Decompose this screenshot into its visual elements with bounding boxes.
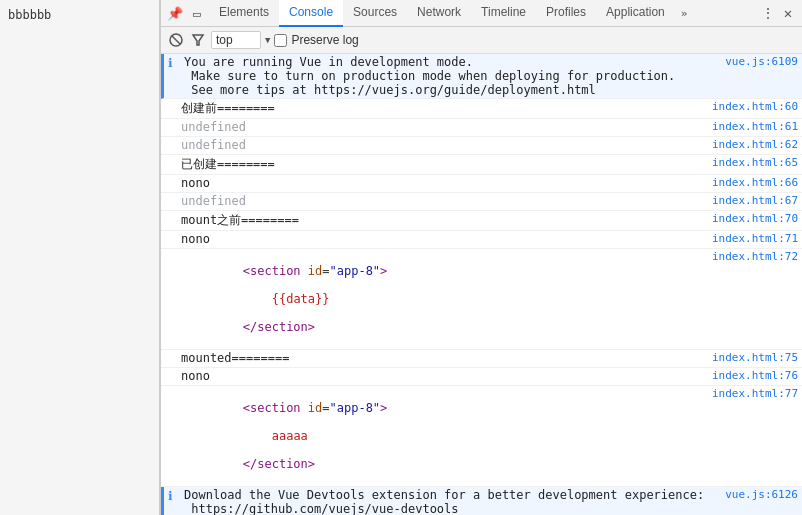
preserve-log-text: Preserve log — [291, 33, 358, 47]
filter-icon[interactable] — [189, 31, 207, 49]
console-toolbar: ▼ Preserve log — [161, 27, 802, 54]
left-label: bbbbbb — [8, 8, 51, 22]
tab-network[interactable]: Network — [407, 0, 471, 27]
more-tabs-icon[interactable]: » — [677, 7, 692, 20]
tab-application[interactable]: Application — [596, 0, 675, 27]
svg-marker-2 — [193, 35, 203, 45]
line-link-3[interactable]: index.html:62 — [712, 138, 798, 151]
devtools-info-text: Download the Vue Devtools extension for … — [184, 488, 717, 515]
left-panel: bbbbbb — [0, 0, 160, 515]
line-link-1[interactable]: index.html:60 — [712, 100, 798, 113]
tab-profiles[interactable]: Profiles — [536, 0, 596, 27]
svg-line-1 — [172, 36, 180, 44]
preserve-log-checkbox[interactable] — [274, 34, 287, 47]
line-link-6[interactable]: index.html:67 — [712, 194, 798, 207]
vue-info-link[interactable]: vue.js:6109 — [725, 55, 798, 68]
info-icon-1: ℹ — [168, 56, 173, 70]
tab-timeline[interactable]: Timeline — [471, 0, 536, 27]
line-content-5: nono — [181, 176, 704, 190]
line-link-10[interactable]: index.html:76 — [712, 369, 798, 382]
clear-console-button[interactable] — [167, 31, 185, 49]
tab-sources[interactable]: Sources — [343, 0, 407, 27]
console-line-2: undefined index.html:61 — [161, 119, 802, 137]
line-content-7: mount之前======== — [181, 212, 704, 229]
device-icon[interactable]: ▭ — [187, 3, 207, 23]
console-line-4: 已创建======== index.html:65 — [161, 155, 802, 175]
console-line-devtools-info: ℹ Download the Vue Devtools extension fo… — [161, 487, 802, 515]
console-line-html2: <section id="app-8"> aaaaa </section> in… — [161, 386, 802, 487]
console-line-3: undefined index.html:62 — [161, 137, 802, 155]
preserve-log-label[interactable]: Preserve log — [274, 33, 358, 47]
console-line-7: mount之前======== index.html:70 — [161, 211, 802, 231]
inspect-icon[interactable]: 📌 — [165, 3, 185, 23]
line-content-9: mounted======== — [181, 351, 704, 365]
tab-elements[interactable]: Elements — [209, 0, 279, 27]
console-line-8: nono index.html:71 — [161, 231, 802, 249]
options-icon[interactable]: ⋮ — [758, 3, 778, 23]
filter-input[interactable] — [211, 31, 261, 49]
line-link-html1[interactable]: index.html:72 — [712, 250, 798, 263]
tab-console[interactable]: Console — [279, 0, 343, 27]
console-line-10: nono index.html:76 — [161, 368, 802, 386]
line-content-html1: <section id="app-8"> {{data}} </section> — [185, 250, 704, 348]
line-content-2: undefined — [181, 120, 704, 134]
close-icon[interactable]: ✕ — [778, 3, 798, 23]
line-link-7[interactable]: index.html:70 — [712, 212, 798, 225]
line-content-3: undefined — [181, 138, 704, 152]
line-link-5[interactable]: index.html:66 — [712, 176, 798, 189]
console-output: ℹ You are running Vue in development mod… — [161, 54, 802, 515]
console-line-html1: <section id="app-8"> {{data}} </section>… — [161, 249, 802, 350]
line-content-1: 创建前======== — [181, 100, 704, 117]
vue-info-text: You are running Vue in development mode.… — [184, 55, 717, 97]
devtools-info-link[interactable]: vue.js:6126 — [725, 488, 798, 501]
line-link-8[interactable]: index.html:71 — [712, 232, 798, 245]
filter-dropdown-arrow[interactable]: ▼ — [265, 35, 270, 45]
tab-bar: 📌 ▭ Elements Console Sources Network Tim… — [161, 0, 802, 27]
devtools-panel: 📌 ▭ Elements Console Sources Network Tim… — [160, 0, 802, 515]
console-line-5: nono index.html:66 — [161, 175, 802, 193]
line-link-html2[interactable]: index.html:77 — [712, 387, 798, 400]
line-link-9[interactable]: index.html:75 — [712, 351, 798, 364]
line-link-4[interactable]: index.html:65 — [712, 156, 798, 169]
line-content-html2: <section id="app-8"> aaaaa </section> — [185, 387, 704, 485]
console-line-1: 创建前======== index.html:60 — [161, 99, 802, 119]
info-icon-2: ℹ — [168, 489, 173, 503]
line-content-6: undefined — [181, 194, 704, 208]
line-content-4: 已创建======== — [181, 156, 704, 173]
console-line-6: undefined index.html:67 — [161, 193, 802, 211]
console-line-9: mounted======== index.html:75 — [161, 350, 802, 368]
line-content-8: nono — [181, 232, 704, 246]
line-content-10: nono — [181, 369, 704, 383]
console-line-vue-info: ℹ You are running Vue in development mod… — [161, 54, 802, 99]
line-link-2[interactable]: index.html:61 — [712, 120, 798, 133]
